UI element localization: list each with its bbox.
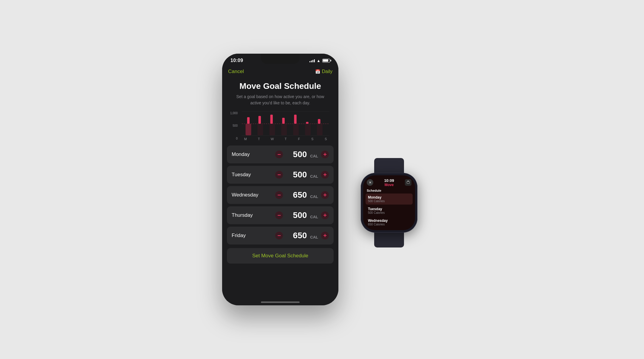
battery-icon [322, 59, 330, 63]
chart-svg [239, 111, 332, 136]
svg-rect-8 [281, 124, 287, 135]
apple-watch: ✕ 10:09 Move Schedule Monday 500 Calor [356, 158, 422, 237]
friday-decrease-button[interactable]: − [275, 232, 283, 239]
watch-time: 10:09 [384, 178, 394, 183]
iphone-screen: 10:09 ▲ [222, 54, 338, 305]
chart-x-labels: M T W T F S S [239, 136, 332, 141]
wednesday-increase-button[interactable]: + [321, 191, 329, 199]
chart-y-label-1000: 1,000 [230, 112, 238, 115]
app-content: Cancel 📅 Daily Move Goal Schedule Set a … [222, 63, 338, 264]
watch-list: Monday 500 Calories Tuesday 500 Calories… [363, 194, 415, 228]
svg-rect-13 [306, 122, 308, 123]
svg-rect-5 [258, 116, 261, 123]
watch-band-bottom [374, 233, 404, 247]
signal-bar-2 [311, 61, 312, 62]
chart-y-label-0: 0 [236, 137, 238, 140]
watch-menu-button[interactable] [405, 179, 411, 186]
svg-rect-12 [305, 124, 311, 135]
svg-rect-10 [293, 124, 299, 135]
nav-bar: Cancel 📅 Daily [222, 66, 338, 78]
page-subtitle: Set a goal based on how active you are, … [222, 94, 338, 111]
friday-row: Friday − 650 CAL + [227, 227, 334, 245]
watch-list-item-monday[interactable]: Monday 500 Calories [366, 194, 413, 205]
tuesday-increase-button[interactable]: + [321, 171, 329, 179]
chart-bar-mon-top [247, 117, 250, 124]
friday-increase-button[interactable]: + [321, 232, 329, 239]
monday-goal: − 500 CAL + [275, 150, 329, 159]
wednesday-row: Wednesday − 650 CAL + [227, 186, 334, 204]
watch-wednesday-label: Wednesday [368, 219, 410, 223]
thursday-label: Thursday [232, 212, 275, 218]
thursday-value: 500 [286, 211, 307, 220]
thursday-goal: − 500 CAL + [275, 211, 329, 220]
watch-monday-cal: 500 Calories [368, 199, 410, 203]
tuesday-row: Tuesday − 500 CAL + [227, 166, 334, 184]
watch-status-bar: ✕ 10:09 Move [363, 175, 415, 188]
watch-schedule-title: Schedule [363, 188, 415, 194]
svg-rect-4 [258, 124, 263, 135]
thursday-unit: CAL [310, 215, 318, 219]
set-schedule-button[interactable]: Set Move Goal Schedule [227, 248, 334, 264]
wednesday-label: Wednesday [232, 192, 275, 198]
watch-list-item-tuesday[interactable]: Tuesday 500 Calories [366, 205, 413, 216]
watch-wednesday-cal: 650 Calories [368, 223, 410, 226]
days-container: Monday − 500 CAL + Tuesday − 500 [222, 146, 338, 245]
watch-band-top [374, 158, 404, 173]
signal-bar-3 [312, 60, 313, 62]
tuesday-goal: − 500 CAL + [275, 170, 329, 180]
wednesday-value: 650 [286, 190, 307, 200]
daily-label: Daily [322, 69, 332, 74]
tuesday-decrease-button[interactable]: − [275, 171, 283, 179]
signal-bar-1 [309, 61, 310, 62]
friday-unit: CAL [310, 235, 318, 239]
wifi-icon: ▲ [317, 58, 321, 63]
svg-rect-14 [317, 124, 323, 135]
watch-screen: ✕ 10:09 Move Schedule Monday 500 Calor [363, 175, 415, 230]
svg-rect-7 [270, 114, 273, 123]
watch-monday-label: Monday [368, 195, 410, 199]
watch-tuesday-cal: 500 Calories [368, 211, 410, 214]
watch-list-item-wednesday[interactable]: Wednesday 650 Calories [366, 217, 413, 228]
monday-increase-button[interactable]: + [321, 151, 329, 158]
svg-rect-11 [294, 114, 296, 123]
wednesday-decrease-button[interactable]: − [275, 191, 283, 199]
status-time: 10:09 [230, 58, 243, 63]
calendar-icon: 📅 [315, 69, 320, 74]
watch-tuesday-label: Tuesday [368, 207, 410, 211]
cancel-button[interactable]: Cancel [228, 69, 244, 75]
chart-label-t1: T [252, 137, 266, 141]
watch-close-button[interactable]: ✕ [367, 179, 373, 186]
monday-value: 500 [286, 150, 307, 159]
monday-row: Monday − 500 CAL + [227, 146, 334, 163]
svg-rect-6 [269, 124, 275, 135]
iphone-notch [261, 54, 300, 64]
signal-icon [309, 59, 315, 62]
chart-y-label-500: 500 [233, 124, 238, 127]
svg-rect-9 [282, 118, 284, 124]
set-schedule-label: Set Move Goal Schedule [252, 253, 308, 259]
chart-label-s1: S [306, 137, 319, 141]
tuesday-unit: CAL [310, 174, 318, 179]
wednesday-goal: − 650 CAL + [275, 190, 329, 200]
chart-label-s2: S [319, 137, 332, 141]
page-title: Move Goal Schedule [222, 78, 338, 94]
signal-bar-4 [314, 59, 315, 62]
tuesday-label: Tuesday [232, 172, 275, 178]
friday-value: 650 [286, 231, 307, 240]
thursday-increase-button[interactable]: + [321, 211, 329, 219]
chart-label-w: W [266, 137, 279, 141]
friday-label: Friday [232, 233, 275, 239]
chart-label-f: F [292, 137, 306, 141]
wednesday-unit: CAL [310, 194, 318, 199]
monday-decrease-button[interactable]: − [275, 151, 283, 158]
iphone: 10:09 ▲ [222, 54, 338, 305]
thursday-row: Thursday − 500 CAL + [227, 206, 334, 224]
monday-label: Monday [232, 151, 275, 157]
scene: 10:09 ▲ [222, 54, 422, 305]
daily-button[interactable]: 📅 Daily [315, 69, 332, 74]
monday-unit: CAL [310, 154, 318, 158]
svg-rect-15 [318, 119, 320, 124]
tuesday-value: 500 [286, 170, 307, 180]
home-indicator [261, 301, 300, 303]
thursday-decrease-button[interactable]: − [275, 211, 283, 219]
